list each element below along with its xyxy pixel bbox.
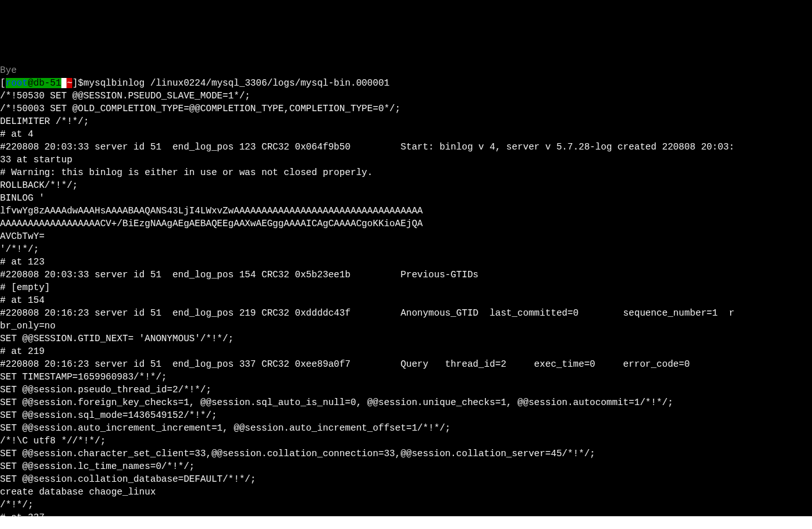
output-line: AAAAAAAAAAAAAAAAAACV+/BiEzgNAAgAEgAEBAQE… (0, 217, 812, 230)
prompt-host: db-51 (33, 78, 61, 88)
output-line: '/*!*/; (0, 243, 812, 256)
output-line: # at 123 (0, 256, 812, 268)
output-line: BINLOG ' (0, 192, 812, 204)
prompt-close-bracket: ] (72, 78, 78, 88)
output-line: SET @@session.character_set_client=33,@@… (0, 447, 812, 460)
output-line: ROLLBACK/*!*/; (0, 179, 812, 192)
output-line: # at 4 (0, 128, 812, 141)
output-line: SET @@session.sql_mode=1436549152/*!*/; (0, 409, 812, 422)
output-line: #220808 20:03:33 server id 51 end_log_po… (0, 268, 812, 281)
output-line: /*!50003 SET @OLD_COMPLETION_TYPE=@@COMP… (0, 102, 812, 115)
output-line: 33 at startup (0, 153, 812, 166)
output-line: AVCbTwY= (0, 230, 812, 243)
output-line: SET @@session.pseudo_thread_id=2/*!*/; (0, 383, 812, 396)
prompt-user: root (6, 78, 28, 88)
output-line: /*!*/; (0, 498, 812, 511)
output-line: /*!\C utf8 *//*!*/; (0, 434, 812, 447)
output-line: SET @@session.auto_increment_increment=1… (0, 422, 812, 434)
output-line: # at 154 (0, 294, 812, 307)
output-line: lfvwYg8zAAAAdwAAAHsAAAABAAQANS43LjI4LWxv… (0, 204, 812, 217)
output-line: SET TIMESTAMP=1659960983/*!*/; (0, 371, 812, 383)
previous-output-bye: Bye (0, 65, 17, 75)
output-line: #220808 20:16:23 server id 51 end_log_po… (0, 358, 812, 371)
prompt-tilde: ~ (66, 78, 72, 88)
output-line: create database chaoge_linux (0, 486, 812, 498)
output-line: SET @@session.collation_database=DEFAULT… (0, 473, 812, 486)
output-line: /*!50530 SET @@SESSION.PSEUDO_SLAVE_MODE… (0, 89, 812, 102)
output-line: # at 219 (0, 345, 812, 358)
command-text: mysqlbinlog /linux0224/mysql_3306/logs/m… (84, 78, 390, 88)
terminal-output[interactable]: Bye [root@db-51 ~]$mysqlbinlog /linux022… (0, 51, 812, 529)
output-line: DELIMITER /*!*/; (0, 115, 812, 128)
shell-prompt: [root@db-51 ~]$mysqlbinlog /linux0224/my… (0, 78, 389, 88)
output-line: SET @@SESSION.GTID_NEXT= 'ANONYMOUS'/*!*… (0, 332, 812, 345)
output-line: # Warning: this binlog is either in use … (0, 166, 812, 179)
output-line: #220808 20:16:23 server id 51 end_log_po… (0, 307, 812, 319)
output-line: SET @@session.foreign_key_checks=1, @@se… (0, 396, 812, 409)
output-line: # [empty] (0, 281, 812, 294)
bottom-bar (0, 516, 812, 529)
prompt-dollar: $ (78, 78, 84, 88)
output-line: #220808 20:03:33 server id 51 end_log_po… (0, 141, 812, 153)
output-line: br_only=no (0, 319, 812, 332)
prompt-at: @ (28, 78, 34, 88)
output-line: SET @@session.lc_time_names=0/*!*/; (0, 460, 812, 473)
prompt-open-bracket: [ (0, 78, 6, 88)
